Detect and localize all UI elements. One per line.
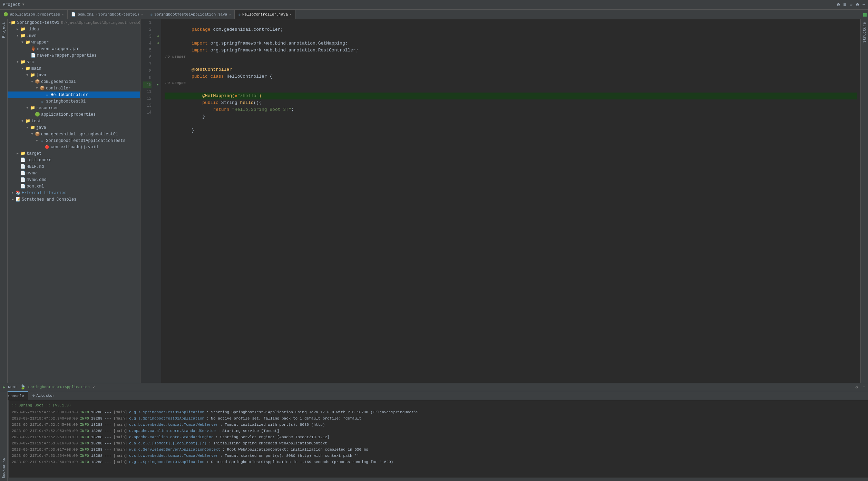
tree-gitignore[interactable]: 📄 .gitignore [8,157,140,163]
java-main-folder-icon: 📁 [30,73,35,78]
sidebar-tree: ▼ 📁 Springboot-test01 E:\java\SpringBoot… [8,19,140,383]
menu-icon[interactable]: ≡ [843,2,846,8]
idea-folder-icon: 📁 [20,27,26,32]
springboot-main-label: springboottest01 [46,99,86,104]
com-arrow: ▼ [30,80,35,84]
test-pkg-arrow: ▼ [30,133,35,136]
tree-wrapper-jar[interactable]: 🏺 maven-wrapper.jar [8,46,140,52]
code-container[interactable]: 1 2 3 4 5 6 7 8 9 10 11 12 13 14 ⊲ ⊲ [140,19,860,383]
structure-tab-strip: Structure [860,19,868,383]
root-path: E:\java\SpringBoot\Springboot-test01 [61,21,140,25]
run-minus-icon[interactable]: − [863,385,865,389]
log-line-9: 2023-09-21T19:47:53.260+08:00 INFO 18288… [12,459,865,465]
hello-class-label: HelloController [51,93,88,97]
tree-target[interactable]: ▶ 📁 target [8,150,140,157]
main-folder-icon: 📁 [25,66,30,71]
run-close-btn[interactable]: ✕ [92,385,95,389]
console-tab-label: Console [8,394,24,398]
tab-props-close[interactable]: ✕ [62,12,64,17]
star-icon[interactable]: ☆ [850,2,852,8]
java-main-label: java [36,73,46,78]
run-gear-icon[interactable]: ⚙ [856,385,858,390]
config-icon[interactable]: ⚙ [856,2,859,8]
context-loads-label: contextLoads():void [51,145,98,150]
tree-controller[interactable]: ▼ 📦 controller [8,85,140,92]
gitignore-icon: 📄 [20,157,26,163]
tab-main-label: SpringbootTest01Application.java [154,12,227,17]
ctrl-pkg-icon: 📦 [39,86,45,91]
tree-scratches[interactable]: ▶ 📝 Scratches and Consoles [8,196,140,203]
tree-mvnw-cmd[interactable]: 📄 mvnw.cmd [8,176,140,183]
tab-pom[interactable]: 📄 pom.xml (Springboot-test01) ✕ [68,10,147,19]
tab-main-close[interactable]: ✕ [229,12,231,17]
tree-src[interactable]: ▼ 📁 src [8,59,140,65]
minimize-icon[interactable]: − [862,2,865,8]
log-line-3: 2023-09-21T19:47:52.945+08:00 INFO 18288… [12,422,865,428]
console-bottom-scrollbar [0,478,868,481]
wrapper-folder-icon: 📁 [25,40,30,45]
project-side-label[interactable]: Project [2,22,6,38]
tree-test-class[interactable]: ▼ ☕ SpringbootTest01ApplicationTests [8,137,140,144]
tab-hello-label: HelloController.java [242,12,288,17]
tree-hello-controller[interactable]: ☕ HelloController [8,92,140,98]
tree-app-props[interactable]: 🟢 application.properties [8,111,140,118]
pom-xml-icon: 📄 [20,184,26,189]
app-props-label: application.properties [41,112,96,117]
java-main-arrow: ▼ [25,74,30,77]
code-line-14: } [165,120,857,127]
log-line-5: 2023-09-21T19:47:52.953+08:00 INFO 18288… [12,434,865,440]
console-tab-bar: ▶ Console ⚙ Actuator [0,391,868,400]
tree-java-main[interactable]: ▼ 📁 java [8,72,140,78]
scratches-icon: 📝 [15,197,21,202]
tab-props[interactable]: 🟢 application.properties ✕ [0,10,68,19]
log-line-1: 2023-09-21T19:47:52.338+08:00 INFO 18288… [12,409,865,415]
mvnw-icon: 📄 [20,171,26,176]
console-log[interactable]: :: Spring Boot :: (v3.1.3) 2023-09-21T19… [9,400,868,478]
test-pkg-icon: 📦 [35,132,40,137]
tree-com-gedeshidai[interactable]: ▼ 📦 com.gedeshidai [8,78,140,85]
console-content: ↑ ↓ 📷 📋 ↩ ⚡ ⏹ 📌 ⚙ 📌 :: Spring Boot :: (v… [0,400,868,478]
settings-icon[interactable]: ⚙ [837,2,840,8]
tree-test[interactable]: ▼ 📁 test [8,118,140,124]
tree-resources[interactable]: ▼ 📁 resources [8,105,140,111]
tree-mvnw[interactable]: 📄 mvnw [8,170,140,176]
tab-main-app[interactable]: ☕ SpringbootTest01Application.java ✕ [147,10,235,19]
ext-libs-icon: 📚 [15,190,21,195]
line-numbers: 1 2 3 4 5 6 7 8 9 10 11 12 13 14 [140,19,154,383]
target-arrow: ▶ [15,152,20,155]
run-app-label[interactable]: SpringbootTest01Application [28,385,90,389]
pom-xml-label: pom.xml [27,184,44,189]
idea-label: .idea [27,27,39,32]
tree-root[interactable]: ▼ 📁 Springboot-test01 E:\java\SpringBoot… [8,19,140,26]
help-md-label: HELP.md [27,164,44,169]
code-line-10: public String hello(){ [165,93,857,99]
structure-label[interactable]: Structure [862,22,867,42]
tab-hello-controller[interactable]: ☕ HelloController.java ✕ [235,10,295,19]
project-dropdown-icon[interactable]: ▼ [22,3,24,7]
tree-context-loads[interactable]: 🔴 contextLoads():void [8,144,140,150]
tab-hello-close[interactable]: ✕ [290,12,292,17]
tree-wrapper-props[interactable]: 📄 maven-wrapper.properties [8,52,140,59]
gitignore-label: .gitignore [27,158,51,163]
tree-idea[interactable]: ▶ 📁 .idea [8,26,140,32]
tree-external-libs[interactable]: ▶ 📚 External Libraries [8,190,140,196]
ext-arrow: ▶ [10,191,15,195]
tree-mvn[interactable]: ▼ 📁 .mvn [8,32,140,39]
tree-java-test[interactable]: ▼ 📁 java [8,124,140,131]
target-label: target [27,151,41,156]
hello-class-icon: ☕ [44,92,50,97]
tree-main[interactable]: ▼ 📁 main [8,65,140,72]
jar-file-icon: 🏺 [30,46,36,51]
tree-help-md[interactable]: 📄 HELP.md [8,163,140,170]
code-editor[interactable]: package com.gedeshidai.controller; impor… [161,19,860,383]
tree-wrapper[interactable]: ▼ 📁 wrapper [8,39,140,46]
tab-pom-close[interactable]: ✕ [141,12,143,17]
tree-springboot-main[interactable]: ☕ springboottest01 [8,98,140,105]
ok-indicator [863,13,867,17]
tree-pom-xml[interactable]: 📄 pom.xml [8,183,140,190]
tab-actuator[interactable]: ⚙ Actuator [28,391,59,400]
hint-no-usages-2: no usages [165,80,857,86]
tree-test-pkg[interactable]: ▼ 📦 com.gedeshidai.springboottest01 [8,131,140,137]
bookmarks-label[interactable]: Bookmarks [2,458,6,478]
src-label: src [27,60,34,65]
